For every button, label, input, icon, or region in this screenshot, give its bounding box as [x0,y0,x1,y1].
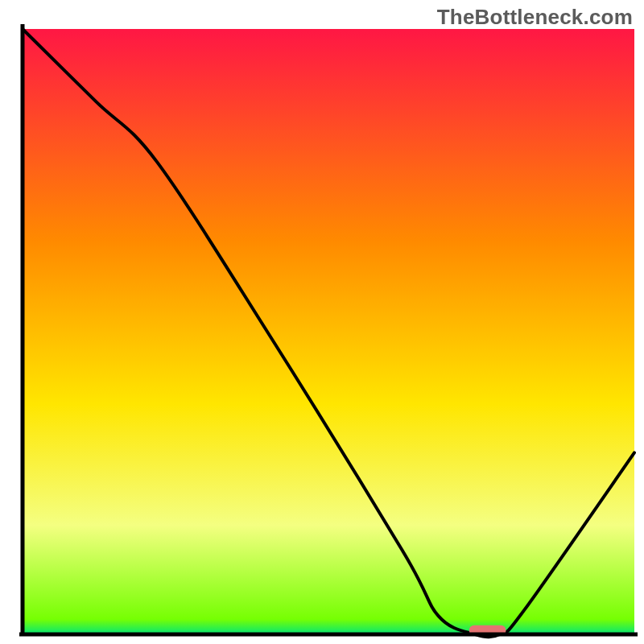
watermark-text: TheBottleneck.com [437,5,633,30]
bottleneck-chart [0,0,644,644]
plot-area [23,29,634,637]
chart-frame: TheBottleneck.com [0,0,644,644]
